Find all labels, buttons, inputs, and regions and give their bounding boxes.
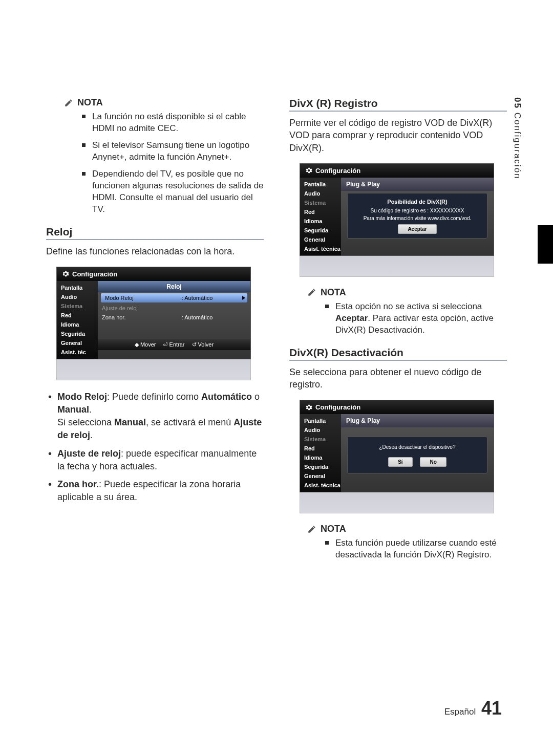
thumb-index-mark — [538, 225, 553, 264]
divx-registration-dialog: Posibilidad de DivX(R) Su código de regi… — [347, 193, 487, 239]
pencil-icon — [307, 288, 316, 297]
note-item: Esta opción no se activa si selecciona A… — [325, 301, 507, 336]
hint-return: ↺ Volver — [192, 341, 214, 348]
osd-menu-item: Idioma — [57, 320, 98, 329]
osd-panel-heading: Reloj — [98, 281, 250, 292]
osd-menu-item: Audio — [300, 425, 341, 435]
plug-play-item: Plug & Play — [341, 178, 494, 191]
osd-screenshot-divx-deact: Configuración Pantalla Audio Sistema Red… — [300, 400, 494, 513]
left-column: NOTA La función no está disponible si el… — [46, 97, 264, 571]
osd-menu-item: Segurida — [57, 329, 98, 338]
osd-menu-item: Red — [57, 311, 98, 320]
divx-deactivation-dialog: ¿Desea desactivar el dispositivo? Sí No — [347, 437, 487, 473]
dialog-title: Posibilidad de DivX(R) — [350, 198, 485, 206]
right-column: DivX (R) Registro Permite ver el código … — [289, 97, 507, 571]
osd-screenshot-divx-reg: Configuración Pantalla Audio Sistema Red… — [300, 163, 494, 277]
osd-menu-item: Sistema — [300, 435, 341, 444]
osd-side-menu: Pantalla Audio Sistema Red Idioma Seguri… — [300, 414, 341, 492]
osd-title-text: Configuración — [315, 167, 360, 175]
gear-icon — [305, 167, 312, 174]
note-heading: NOTA — [307, 287, 507, 298]
osd-panel: Plug & Play ¿Desea desactivar el disposi… — [341, 414, 494, 492]
note-item: Dependiendo del TV, es posible que no fu… — [82, 168, 264, 215]
osd-title-bar: Configuración — [57, 267, 250, 281]
note-heading: NOTA — [307, 524, 507, 534]
yes-button: Sí — [388, 457, 412, 467]
hint-move: ◆ Mover — [135, 341, 156, 348]
pencil-icon — [64, 98, 73, 107]
osd-menu-item: General — [300, 235, 341, 244]
osd-title-bar: Configuración — [300, 400, 494, 414]
dialog-line: Para más información visite www.divx.com… — [350, 214, 485, 222]
reloj-intro: Define las funciones relacionadas con la… — [46, 245, 264, 257]
section-heading-reloj: Reloj — [46, 226, 264, 240]
divx-reg-text: Permite ver el código de registro VOD de… — [289, 117, 507, 154]
osd-menu-item: Pantalla — [300, 180, 341, 189]
osd-menu-item: Audio — [57, 292, 98, 301]
dialog-question: ¿Desea desactivar el dispositivo? — [350, 443, 485, 451]
osd-title-text: Configuración — [315, 403, 360, 411]
divx-reg-note-list: Esta opción no se activa si selecciona A… — [289, 301, 507, 336]
osd-row-modo-reloj: Modo Reloj : Automático — [101, 293, 247, 303]
note-label: NOTA — [321, 287, 346, 298]
osd-bezel — [56, 359, 251, 380]
osd-menu-item: Red — [300, 444, 341, 453]
osd-bezel — [300, 256, 494, 277]
osd-menu-item: General — [57, 338, 98, 348]
note-label: NOTA — [321, 524, 346, 534]
osd-menu-item: Audio — [300, 189, 341, 198]
osd-screenshot-reloj: Configuración Pantalla Audio Sistema Red… — [56, 267, 251, 380]
gear-icon — [62, 270, 69, 277]
plug-play-item: Plug & Play — [341, 414, 494, 427]
gear-icon — [305, 404, 312, 411]
osd-row-ajuste-reloj: Ajuste de reloj — [98, 304, 250, 313]
dialog-line: Su código de registro es : XXXXXXXXXX — [350, 207, 485, 214]
osd-title-text: Configuración — [72, 270, 117, 278]
no-button: No — [420, 457, 446, 467]
osd-menu-item: General — [300, 471, 341, 481]
section-heading-divx-reg: DivX (R) Registro — [289, 97, 507, 112]
osd-panel: Plug & Play Posibilidad de DivX(R) Su có… — [341, 178, 494, 255]
osd-title-bar: Configuración — [300, 164, 494, 178]
footer-page-number: 41 — [481, 698, 502, 719]
osd-row-zona-hor: Zona hor. : Automático — [98, 313, 250, 322]
osd-side-menu: Pantalla Audio Sistema Red Idioma Seguri… — [57, 281, 98, 359]
osd-footer-hints: ◆ Mover ⏎ Entrar ↺ Volver — [98, 339, 250, 350]
def-modo-reloj: Modo Reloj: Puede definirlo como Automát… — [57, 391, 264, 442]
note-label: NOTA — [77, 97, 103, 108]
def-zona-hor: Zona hor.: Puede especificar la zona hor… — [57, 478, 264, 504]
osd-menu-item: Idioma — [300, 217, 341, 226]
note-heading: NOTA — [64, 97, 264, 108]
accept-button: Aceptar — [398, 224, 436, 234]
divx-deact-text: Se selecciona para obtener el nuevo códi… — [289, 366, 507, 391]
note-item: La función no está disponible si el cabl… — [82, 111, 264, 135]
footer-language: Español — [444, 707, 476, 717]
def-ajuste-reloj: Ajuste de reloj: puede especificar manua… — [57, 447, 264, 473]
osd-menu-item: Pantalla — [57, 283, 98, 292]
osd-panel: Reloj Modo Reloj : Automático Ajuste de … — [98, 281, 250, 359]
osd-menu-item: Asist. técnica — [300, 481, 341, 490]
chapter-label: Configuración — [513, 113, 522, 180]
osd-menu-item: Idioma — [300, 453, 341, 462]
osd-menu-item: Red — [300, 207, 341, 217]
note-item: Esta función puede utilizarse cuando est… — [325, 537, 507, 561]
reloj-definitions: Modo Reloj: Puede definirlo como Automát… — [46, 391, 264, 504]
note-item: Si el televisor Samsung tiene un logotip… — [82, 140, 264, 163]
hdmi-notes-list: La función no está disponible si el cabl… — [46, 111, 264, 215]
osd-menu-item: Segurida — [300, 462, 341, 471]
hint-enter: ⏎ Entrar — [163, 341, 184, 348]
content-columns: NOTA La función no está disponible si el… — [46, 97, 507, 571]
osd-menu-item: Segurida — [300, 226, 341, 235]
page-footer: Español 41 — [444, 698, 502, 719]
osd-menu-item: Sistema — [300, 198, 341, 207]
osd-menu-item: Asist. téc — [57, 348, 98, 357]
osd-menu-item: Asist. técnica — [300, 244, 341, 253]
osd-bezel — [300, 492, 494, 513]
osd-menu-item: Pantalla — [300, 416, 341, 425]
chapter-side-tab: 05 Configuración — [512, 97, 522, 180]
section-heading-divx-deact: DivX(R) Desactivación — [289, 347, 507, 361]
manual-page: 05 Configuración NOTA La función no está… — [0, 0, 553, 756]
pencil-icon — [307, 525, 316, 534]
divx-deact-note-list: Esta función puede utilizarse cuando est… — [289, 537, 507, 561]
chapter-number: 05 — [513, 97, 522, 109]
